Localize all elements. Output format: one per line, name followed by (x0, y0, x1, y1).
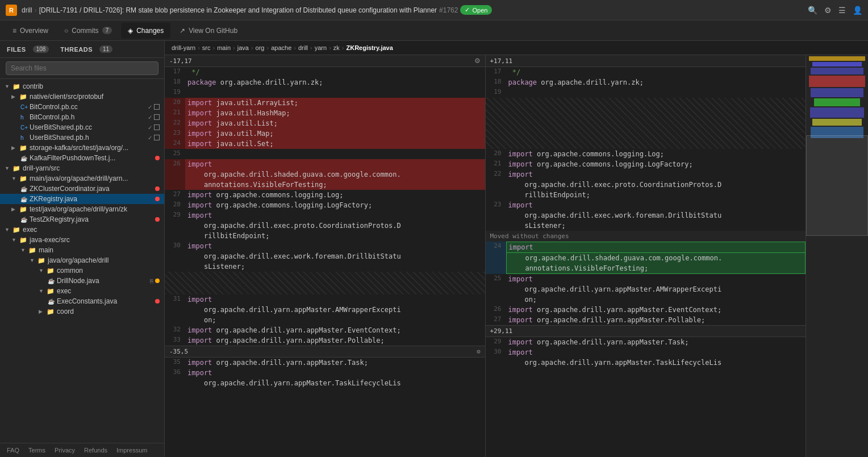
folder-main-java-apache[interactable]: ▼ 📁 main/java/org/apache/drill/yarn... (0, 173, 164, 184)
minimap-viewport (806, 135, 868, 236)
minimap-bar (811, 68, 863, 74)
file-bitcontrol-cc[interactable]: C+ BitControl.pb.cc ✓ (0, 102, 164, 112)
folder-coord[interactable]: ▶ 📁 coord (0, 306, 164, 317)
search-icon[interactable]: 🔍 (808, 6, 817, 15)
line-number: 33 (165, 335, 185, 343)
folder-drill-yarn-label: drill-yarn/src (23, 164, 60, 172)
file-testzk[interactable]: ☕ TestZkRegistry.java (0, 214, 164, 225)
files-label: FILES (7, 46, 26, 53)
code-line: org.apache.drill.exec.proto.Coordination… (486, 180, 806, 190)
folder-drill-yarn[interactable]: ▼ 📁 drill-yarn/src (0, 163, 164, 173)
file-drillnode[interactable]: ☕ DrillNode.java ⎘ (0, 276, 164, 286)
line-content: org.apache.drill.yarn.appMaster.AMWrappe… (185, 305, 485, 315)
code-line: 20 import org.apache.commons.logging.Log… (486, 149, 806, 159)
tab-changes[interactable]: ◈ Changes (121, 23, 170, 39)
folder-icon: 📁 (37, 257, 45, 264)
tab-commits[interactable]: ○ Commits 7 (57, 23, 119, 39)
code-line: 33 import org.apache.drill.yarn.appMaste… (165, 335, 485, 346)
minimap-bar (812, 119, 862, 126)
file-userbitshared-h[interactable]: h UserBitShared.pb.h ✓ (0, 132, 164, 143)
code-line: rillbitEndpoint; (486, 190, 806, 200)
folder-exec-inner[interactable]: ▼ 📁 exec (0, 286, 164, 296)
pr-title: [DRILL-7191 / DRILL-7026]: RM state blob… (39, 6, 437, 14)
code-line-removed: org.apache.drill.shaded.guava.com.google… (165, 169, 485, 180)
tab-github[interactable]: ↗ View On GitHub (173, 23, 244, 39)
folder-storage-kafka[interactable]: ▶ 📁 storage-kafka/src/test/java/org/... (0, 143, 164, 153)
line-number: 17 (165, 67, 185, 75)
status-label: Open (472, 7, 487, 14)
folder-main[interactable]: ▼ 📁 main (0, 245, 164, 255)
java-file-icon: ☕ (20, 155, 27, 161)
chevron-icon: ▼ (5, 165, 10, 171)
section2-right-header: +29,11 (486, 325, 806, 337)
chevron-icon: ▼ (5, 227, 10, 232)
chevron-icon: ▶ (39, 309, 44, 314)
file-bitcontrol-h[interactable]: h BitControl.pb.h ✓ (0, 112, 164, 122)
footer-refunds[interactable]: Refunds (84, 447, 107, 454)
line-content: import (506, 347, 806, 358)
tab-changes-label: Changes (136, 27, 164, 35)
square-icon (154, 124, 160, 130)
file-zkcluster[interactable]: ☕ ZKClusterCoordinator.java (0, 184, 164, 194)
minimap-bar (812, 62, 862, 67)
code-line: 31 import (165, 294, 485, 305)
code-split-view: 17 */ 18 package org.apache.drill.yarn.z… (165, 67, 806, 457)
breadcrumb-drill[interactable]: drill (22, 6, 32, 14)
files-count: 108 (33, 45, 49, 53)
top-bar-actions: 🔍 ⚙ ☰ 👤 (808, 6, 862, 15)
folder-test-java[interactable]: ▶ 📁 test/java/org/apache/drill/yarn/zk (0, 204, 164, 214)
line-content: annotations.VisibleForTesting; (185, 180, 485, 190)
file-userbitshared-cc[interactable]: C+ UserBitShared.pb.cc ✓ (0, 122, 164, 132)
line-content: import org.apache.drill.yarn.appMaster.T… (185, 358, 485, 368)
copy-icon[interactable]: ⎘ (150, 278, 153, 284)
line-content: rillbitEndpoint; (506, 190, 806, 200)
search-input[interactable] (6, 61, 158, 75)
check-icon: ✓ (148, 135, 152, 141)
section2-left-header: -35,5 ⚙ (165, 346, 485, 358)
folder-icon: 📁 (12, 83, 20, 90)
folder-common[interactable]: ▼ 📁 common (0, 265, 164, 276)
gear-icon-left2[interactable]: ⚙ (477, 348, 481, 355)
left-panel[interactable]: 17 */ 18 package org.apache.drill.yarn.z… (165, 67, 486, 457)
line-number (486, 180, 506, 180)
java-file-icon: ☕ (20, 217, 27, 223)
java-file-icon: ☕ (48, 278, 55, 284)
chevron-icon: ▼ (30, 257, 35, 263)
line-number (486, 98, 506, 98)
chevron-icon: ▼ (5, 84, 10, 89)
file-zkregistry-label: ZKRegistry.java (30, 195, 77, 203)
settings-icon[interactable]: ⚙ (824, 6, 832, 15)
footer-faq[interactable]: FAQ (7, 447, 19, 454)
line-number (165, 261, 185, 262)
line-content: on; (185, 315, 485, 325)
tab-overview-label: Overview (20, 27, 48, 35)
diff-content: -17,17 ⚙ +17,11 17 */ (165, 55, 868, 457)
folder-exec[interactable]: ▼ 📁 exec (0, 225, 164, 235)
footer-terms[interactable]: Terms (28, 447, 45, 454)
code-line: 17 */ (165, 67, 485, 77)
folder-icon: 📁 (47, 288, 55, 295)
footer-impressum[interactable]: Impressum (116, 447, 147, 454)
folder-native-client[interactable]: ▶ 📁 native/client/src/protobuf (0, 92, 164, 102)
code-line: org.apache.drill.yarn.appMaster.TaskLife… (165, 378, 485, 388)
file-status (155, 156, 160, 160)
file-execconstants[interactable]: ☕ ExecConstants.java (0, 296, 164, 306)
folder-java-exec[interactable]: ▼ 📁 java-exec/src (0, 235, 164, 245)
footer-privacy[interactable]: Privacy (55, 447, 75, 454)
gear-icon-left[interactable]: ⚙ (474, 57, 481, 65)
line-content: import (185, 294, 485, 305)
folder-common-label: common (57, 267, 83, 275)
menu-icon[interactable]: ☰ (838, 6, 846, 15)
folder-icon: 📁 (19, 175, 27, 182)
file-kafkafilter[interactable]: ☕ KafkaFilterPushdownTest.j... (0, 153, 164, 163)
avatar[interactable]: 👤 (853, 6, 862, 15)
right-panel[interactable]: 17 */ 18 package org.apache.drill.yarn.z… (486, 67, 806, 457)
line-number (486, 358, 506, 358)
app-logo: R (6, 5, 17, 16)
folder-contrib[interactable]: ▼ 📁 contrib (0, 81, 164, 92)
file-kafkafilter-label: KafkaFilterPushdownTest.j... (30, 154, 115, 162)
code-line: rillbitEndpoint; (165, 231, 485, 241)
folder-java-org-apache[interactable]: ▼ 📁 java/org/apache/drill (0, 255, 164, 265)
file-zkregistry[interactable]: ☕ ZKRegistry.java (0, 194, 164, 204)
tab-overview[interactable]: ≡ Overview (6, 23, 55, 39)
